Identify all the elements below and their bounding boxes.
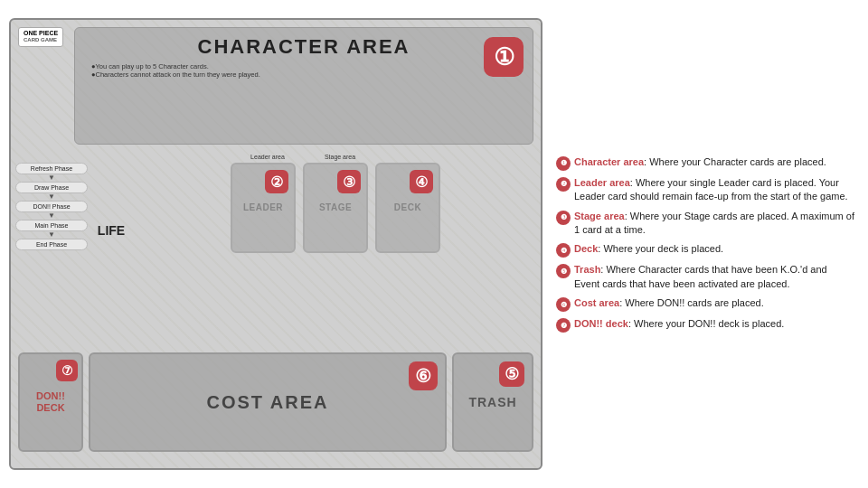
legend-item-4: ❹ Deck: Where your deck is placed. (556, 242, 854, 258)
legend-num-2: ❷ (556, 177, 571, 192)
cost-area-slot: COST AREA ⑥ (89, 352, 447, 452)
arrow-1: ▼ (48, 174, 55, 182)
life-label: LIFE (98, 223, 125, 238)
legend-text-1: Character area: Where your Character car… (574, 155, 826, 169)
logo: ONE PIECE CARD GAME (18, 27, 63, 47)
leader-card-badge: ② (265, 170, 288, 193)
trash-slot: TRASH ⑤ (452, 352, 533, 452)
stage-card-badge: ③ (337, 170, 361, 193)
stage-area-label: Stage area (307, 154, 373, 160)
trash-badge: ⑤ (499, 361, 524, 387)
deck-card-label: DECK (394, 202, 421, 213)
deck-card-slot: DECK ④ (375, 163, 440, 253)
legend: ❶ Character area: Where your Character c… (552, 146, 859, 342)
stage-card-label: STAGE (319, 202, 352, 213)
legend-text-5: Trash: Where Character cards that have b… (574, 263, 854, 291)
legend-item-2: ❷ Leader area: Where your single Leader … (556, 176, 854, 204)
trash-text: TRASH (468, 395, 516, 409)
game-board: ONE PIECE CARD GAME CHARACTER AREA ●You … (9, 18, 542, 470)
cost-area-badge: ⑥ (409, 361, 438, 390)
leader-card-label: LEADER (243, 202, 283, 213)
legend-text-3: Stage area: Where your Stage cards are p… (574, 210, 854, 238)
legend-text-6: Cost area: Where DON!! cards are placed. (574, 296, 764, 310)
bottom-section: DON!!DECK ⑦ COST AREA ⑥ TRASH ⑤ (11, 352, 541, 461)
legend-text-4: Deck: Where your deck is placed. (574, 242, 723, 256)
character-area-title: CHARACTER AREA (198, 35, 410, 59)
legend-item-3: ❸ Stage area: Where your Stage cards are… (556, 210, 854, 238)
cards-row: Leader area Stage area LEADER ② STAGE ③ (130, 154, 541, 307)
page: ONE PIECE CARD GAME CHARACTER AREA ●You … (0, 0, 868, 488)
legend-num-5: ❺ (556, 264, 571, 278)
don-deck-slot: DON!!DECK ⑦ (18, 352, 83, 452)
character-area-badge: ① (484, 37, 524, 77)
legend-num-1: ❶ (556, 156, 571, 171)
cost-area-text: COST AREA (206, 392, 328, 413)
legend-item-1: ❶ Character area: Where your Character c… (556, 155, 854, 171)
legend-num-3: ❸ (556, 211, 571, 225)
don-deck-text: DON!!DECK (36, 390, 65, 414)
deck-area-label (380, 154, 445, 160)
middle-section: Refresh Phase ▼ Draw Phase ▼ DON!! Phase… (11, 154, 541, 307)
legend-item-7: ❼ DON!! deck: Where your DON!! deck is p… (556, 317, 854, 333)
stage-card-slot: STAGE ③ (303, 163, 368, 253)
phase-end: End Phase (15, 239, 88, 250)
life-area: LIFE (92, 154, 130, 307)
arrow-2: ▼ (48, 193, 55, 201)
deck-card-badge: ④ (410, 170, 433, 193)
phase-list: Refresh Phase ▼ Draw Phase ▼ DON!! Phase… (11, 154, 92, 307)
area-labels-row: Leader area Stage area (226, 154, 445, 160)
logo-line1: ONE PIECE (24, 30, 58, 37)
character-area: CHARACTER AREA ●You can play up to 5 Cha… (74, 27, 533, 145)
don-deck-badge: ⑦ (56, 360, 78, 381)
arrow-3: ▼ (48, 212, 55, 220)
legend-num-4: ❹ (556, 243, 571, 258)
card-row-inner: LEADER ② STAGE ③ DECK ④ (231, 163, 440, 253)
character-area-bullets: ●You can play up to 5 Character cards. ●… (82, 62, 260, 79)
leader-area-label: Leader area (235, 154, 300, 160)
legend-text-2: Leader area: Where your single Leader ca… (574, 176, 854, 204)
logo-line2: CARD GAME (24, 37, 58, 43)
legend-text-7: DON!! deck: Where your DON!! deck is pla… (574, 317, 784, 331)
legend-item-6: ❻ Cost area: Where DON!! cards are place… (556, 296, 854, 312)
arrow-4: ▼ (48, 231, 55, 239)
legend-num-6: ❻ (556, 297, 571, 312)
leader-card-slot: LEADER ② (231, 163, 296, 253)
legend-item-5: ❺ Trash: Where Character cards that have… (556, 263, 854, 291)
legend-num-7: ❼ (556, 318, 571, 333)
